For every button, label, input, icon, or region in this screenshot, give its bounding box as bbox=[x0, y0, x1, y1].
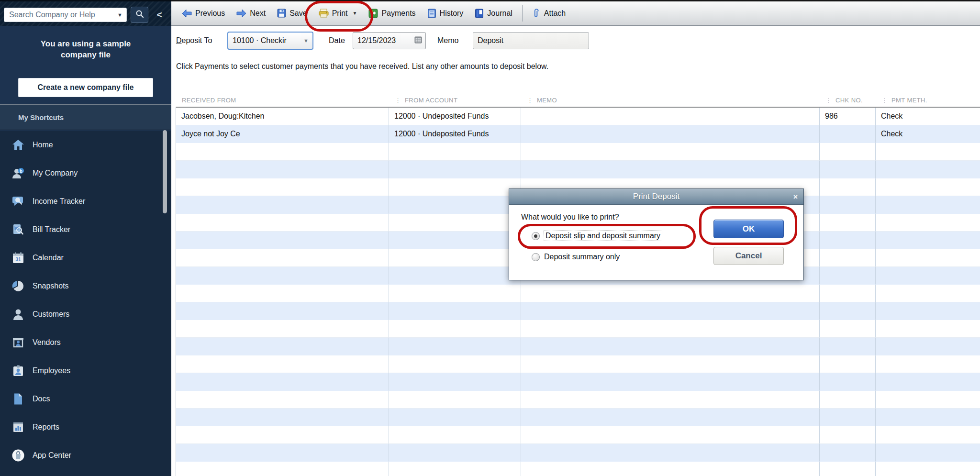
table-row[interactable] bbox=[176, 285, 980, 302]
cell-memo[interactable] bbox=[521, 444, 820, 462]
cell-received_from[interactable]: Joyce not Joy Ce bbox=[176, 125, 389, 143]
cell-from_account[interactable] bbox=[389, 267, 521, 285]
cell-chk_no[interactable] bbox=[820, 143, 876, 161]
cell-pmt_meth[interactable]: Check bbox=[876, 108, 980, 125]
cell-pmt_meth[interactable] bbox=[876, 320, 980, 338]
cell-from_account[interactable] bbox=[389, 373, 521, 391]
cell-pmt_meth[interactable]: Check bbox=[876, 125, 980, 143]
cell-pmt_meth[interactable] bbox=[876, 409, 980, 426]
radio-button-selected[interactable] bbox=[532, 232, 540, 240]
sidebar-scrollbar-thumb[interactable] bbox=[163, 130, 167, 213]
cell-from_account[interactable]: 12000 · Undeposited Funds bbox=[389, 108, 521, 125]
cell-pmt_meth[interactable] bbox=[876, 178, 980, 196]
cell-received_from[interactable] bbox=[176, 267, 389, 285]
ok-button[interactable]: OK bbox=[713, 220, 784, 238]
cell-chk_no[interactable] bbox=[820, 338, 876, 355]
cancel-button[interactable]: Cancel bbox=[713, 247, 784, 265]
sidebar-item-reports[interactable]: Reports bbox=[0, 413, 171, 441]
cell-chk_no[interactable] bbox=[820, 232, 876, 249]
cell-received_from[interactable] bbox=[176, 462, 389, 476]
table-row[interactable]: Jacobsen, Doug:Kitchen12000 · Undeposite… bbox=[176, 108, 980, 125]
my-shortcuts-header[interactable]: My Shortcuts bbox=[0, 104, 171, 130]
sidebar-item-calendar[interactable]: 31Calendar bbox=[0, 244, 171, 272]
cell-memo[interactable] bbox=[521, 338, 820, 355]
cell-received_from[interactable] bbox=[176, 302, 389, 320]
calendar-picker-icon[interactable] bbox=[414, 36, 422, 45]
cell-memo[interactable] bbox=[521, 391, 820, 409]
cell-from_account[interactable] bbox=[389, 426, 521, 444]
cell-received_from[interactable] bbox=[176, 143, 389, 161]
table-row[interactable]: Joyce not Joy Ce12000 · Undeposited Fund… bbox=[176, 125, 980, 143]
cell-chk_no[interactable] bbox=[820, 178, 876, 196]
deposit-to-dropdown[interactable]: 10100 · Checkir ▼ bbox=[227, 32, 313, 50]
table-row[interactable] bbox=[176, 161, 980, 178]
cell-pmt_meth[interactable] bbox=[876, 338, 980, 355]
cell-received_from[interactable] bbox=[176, 426, 389, 444]
toolbar-save-button[interactable]: Save bbox=[271, 6, 312, 21]
cell-memo[interactable] bbox=[521, 409, 820, 426]
toolbar-next-button[interactable]: Next bbox=[231, 6, 271, 21]
cell-from_account[interactable] bbox=[389, 391, 521, 409]
cell-received_from[interactable] bbox=[176, 409, 389, 426]
cell-chk_no[interactable] bbox=[820, 196, 876, 214]
cell-from_account[interactable] bbox=[389, 214, 521, 232]
memo-field[interactable]: Deposit bbox=[473, 32, 589, 49]
cell-pmt_meth[interactable] bbox=[876, 355, 980, 373]
toolbar-payments-button[interactable]: Payments bbox=[363, 6, 421, 21]
cell-chk_no[interactable] bbox=[820, 214, 876, 232]
sidebar-item-vendors[interactable]: Vendors bbox=[0, 328, 171, 356]
table-row[interactable] bbox=[176, 409, 980, 426]
radio-option-label[interactable]: Deposit slip and deposit summary bbox=[544, 231, 662, 241]
cell-memo[interactable] bbox=[521, 161, 820, 178]
dialog-titlebar[interactable]: Print Deposit × bbox=[509, 189, 803, 205]
toolbar-print-button[interactable]: Print▼ bbox=[313, 6, 363, 21]
cell-chk_no[interactable] bbox=[820, 267, 876, 285]
cell-memo[interactable] bbox=[521, 355, 820, 373]
sidebar-item-bill-tracker[interactable]: Bill Tracker bbox=[0, 215, 171, 244]
column-header-pmt_meth[interactable]: ⋮PMT METH. bbox=[875, 93, 980, 107]
cell-chk_no[interactable] bbox=[820, 355, 876, 373]
cell-received_from[interactable] bbox=[176, 161, 389, 178]
cell-pmt_meth[interactable] bbox=[876, 391, 980, 409]
cell-pmt_meth[interactable] bbox=[876, 249, 980, 267]
cell-pmt_meth[interactable] bbox=[876, 267, 980, 285]
sidebar-item-docs[interactable]: Docs bbox=[0, 385, 171, 413]
cell-pmt_meth[interactable] bbox=[876, 462, 980, 476]
column-header-received_from[interactable]: RECEIVED FROM bbox=[176, 93, 389, 107]
cell-received_from[interactable] bbox=[176, 214, 389, 232]
cell-memo[interactable] bbox=[521, 108, 820, 125]
cell-chk_no[interactable] bbox=[820, 302, 876, 320]
cell-received_from[interactable] bbox=[176, 285, 389, 302]
cell-memo[interactable] bbox=[521, 143, 820, 161]
cell-chk_no[interactable] bbox=[820, 391, 876, 409]
cell-from_account[interactable] bbox=[389, 178, 521, 196]
cell-from_account[interactable] bbox=[389, 444, 521, 462]
cell-received_from[interactable] bbox=[176, 320, 389, 338]
cell-from_account[interactable] bbox=[389, 409, 521, 426]
cell-pmt_meth[interactable] bbox=[876, 285, 980, 302]
cell-received_from[interactable] bbox=[176, 444, 389, 462]
cell-chk_no[interactable] bbox=[820, 462, 876, 476]
close-icon[interactable]: × bbox=[793, 189, 798, 205]
sidebar-collapse-button[interactable]: < bbox=[152, 7, 167, 23]
table-row[interactable] bbox=[176, 143, 980, 161]
sidebar-item-app-center[interactable]: App Center bbox=[0, 441, 171, 469]
cell-received_from[interactable] bbox=[176, 391, 389, 409]
cell-pmt_meth[interactable] bbox=[876, 143, 980, 161]
table-row[interactable] bbox=[176, 338, 980, 355]
search-input[interactable]: Search Company or Help ▼ bbox=[4, 8, 127, 22]
cell-chk_no[interactable] bbox=[820, 426, 876, 444]
create-company-file-button[interactable]: Create a new company file bbox=[18, 78, 153, 97]
cell-from_account[interactable] bbox=[389, 320, 521, 338]
table-row[interactable] bbox=[176, 373, 980, 391]
cell-memo[interactable] bbox=[521, 302, 820, 320]
radio-option-deposit-summary-only[interactable]: Deposit summary only bbox=[532, 253, 620, 261]
table-row[interactable] bbox=[176, 462, 980, 476]
cell-chk_no[interactable] bbox=[820, 373, 876, 391]
table-row[interactable] bbox=[176, 320, 980, 338]
search-button[interactable] bbox=[131, 7, 148, 23]
cell-memo[interactable] bbox=[521, 462, 820, 476]
cell-from_account[interactable] bbox=[389, 161, 521, 178]
table-row[interactable] bbox=[176, 302, 980, 320]
cell-chk_no[interactable] bbox=[820, 249, 876, 267]
